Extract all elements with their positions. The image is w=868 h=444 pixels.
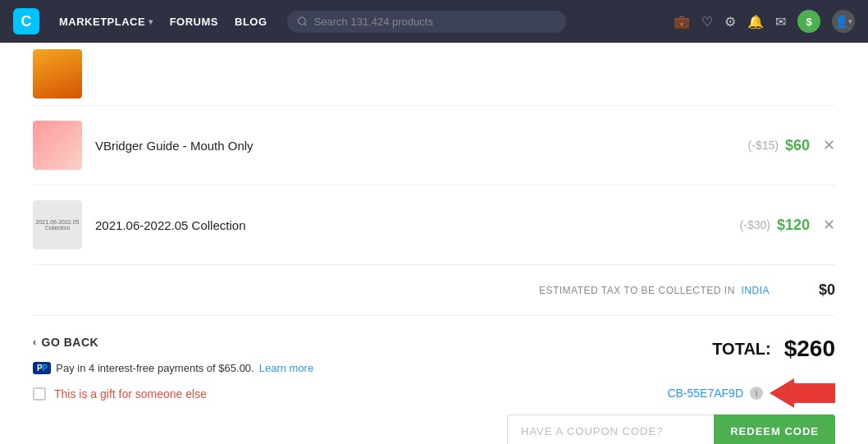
right-column: TOTAL: $260 CB-55E7AF9D i REDEEM CODE bbox=[450, 336, 835, 444]
main-content: VBridger Guide - Mouth Only (-$15) $60 ✕… bbox=[0, 43, 868, 444]
gear-icon[interactable]: ⚙ bbox=[724, 14, 736, 30]
search-bar[interactable] bbox=[287, 11, 566, 33]
product-price: (-$30) $120 bbox=[740, 217, 810, 234]
cart-items-list: VBridger Guide - Mouth Only (-$15) $60 ✕… bbox=[33, 43, 835, 265]
coupon-input[interactable] bbox=[507, 414, 714, 444]
coupon-code-row: CB-55E7AF9D i bbox=[667, 378, 835, 408]
info-icon[interactable]: i bbox=[750, 387, 763, 400]
table-row: VBridger Guide - Mouth Only (-$15) $60 ✕ bbox=[33, 106, 835, 185]
total-amount: $260 bbox=[784, 336, 835, 362]
product-thumbnail bbox=[33, 49, 82, 98]
nav-blog[interactable]: BLOG bbox=[235, 16, 267, 28]
search-icon bbox=[297, 16, 308, 27]
paypal-row: PP Pay in 4 interest-free payments of $6… bbox=[33, 362, 418, 374]
tax-row: ESTIMATED TAX TO BE COLLECTED IN INDIA $… bbox=[33, 265, 835, 316]
gift-label: This is a gift for someone else bbox=[54, 387, 207, 401]
paypal-logo: PP bbox=[33, 362, 51, 374]
product-name: 2021.06-2022.05 Collection bbox=[95, 218, 740, 232]
redeem-code-button[interactable]: REDEEM CODE bbox=[714, 414, 835, 444]
product-name bbox=[95, 67, 835, 80]
product-thumbnail: 2021.06-2022.05 Collection bbox=[33, 200, 82, 249]
nav-forums[interactable]: FORUMS bbox=[170, 16, 218, 28]
site-logo[interactable]: C bbox=[13, 8, 39, 34]
left-column: ‹ GO BACK PP Pay in 4 interest-free paym… bbox=[33, 336, 418, 401]
briefcase-icon[interactable]: 💼 bbox=[674, 14, 690, 30]
tax-amount: $0 bbox=[786, 282, 835, 299]
chevron-down-icon: ▾ bbox=[848, 17, 852, 25]
currency-icon[interactable]: $ bbox=[797, 10, 820, 33]
search-input[interactable] bbox=[314, 16, 556, 28]
svg-point-0 bbox=[298, 17, 305, 25]
gift-row: This is a gift for someone else bbox=[33, 387, 418, 401]
table-row: 2021.06-2022.05 Collection 2021.06-2022.… bbox=[33, 185, 835, 265]
total-label: TOTAL: bbox=[712, 340, 770, 359]
arrow-icon bbox=[770, 378, 835, 408]
mail-icon[interactable]: ✉ bbox=[775, 14, 786, 30]
bell-icon[interactable]: 🔔 bbox=[747, 14, 764, 30]
svg-marker-2 bbox=[770, 378, 835, 408]
nav-marketplace[interactable]: MARKETPLACE ▾ bbox=[59, 16, 153, 28]
table-row bbox=[33, 43, 835, 106]
avatar[interactable]: 👤 ▾ bbox=[832, 10, 855, 33]
india-link[interactable]: INDIA bbox=[741, 285, 770, 296]
nav-links: MARKETPLACE ▾ FORUMS BLOG bbox=[59, 16, 267, 28]
go-back-button[interactable]: ‹ GO BACK bbox=[33, 336, 418, 349]
chevron-down-icon: ▾ bbox=[148, 17, 153, 26]
learn-more-link[interactable]: Learn more bbox=[259, 362, 313, 374]
svg-line-1 bbox=[304, 24, 306, 25]
remove-item-button[interactable]: ✕ bbox=[823, 136, 835, 154]
product-name: VBridger Guide - Mouth Only bbox=[95, 139, 748, 153]
chevron-left-icon: ‹ bbox=[33, 336, 37, 348]
navbar: C MARKETPLACE ▾ FORUMS BLOG 💼 ♡ ⚙ 🔔 ✉ $ … bbox=[0, 0, 868, 43]
navbar-icons: 💼 ♡ ⚙ 🔔 ✉ $ 👤 ▾ bbox=[674, 10, 855, 33]
coupon-input-row: REDEEM CODE bbox=[507, 414, 835, 444]
coupon-area: CB-55E7AF9D i REDEEM CODE bbox=[450, 378, 835, 444]
total-row: TOTAL: $260 bbox=[712, 336, 835, 362]
heart-icon[interactable]: ♡ bbox=[701, 14, 713, 30]
remove-item-button[interactable]: ✕ bbox=[823, 216, 835, 234]
product-price: (-$15) $60 bbox=[748, 137, 810, 154]
product-thumbnail bbox=[33, 121, 82, 170]
gift-checkbox[interactable] bbox=[33, 387, 46, 401]
coupon-code-display: CB-55E7AF9D bbox=[667, 387, 743, 400]
bottom-section: ‹ GO BACK PP Pay in 4 interest-free paym… bbox=[33, 316, 835, 444]
